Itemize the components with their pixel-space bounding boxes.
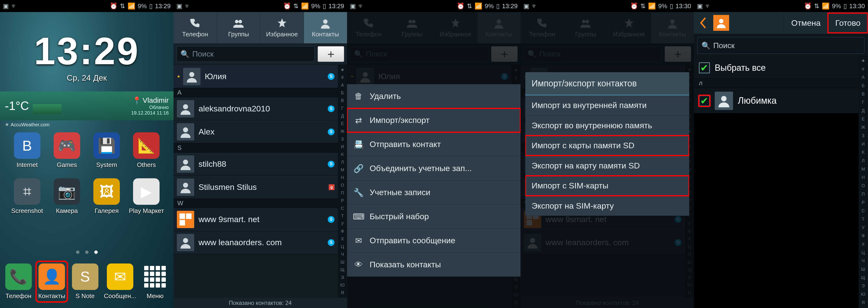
index-letter[interactable]: Я — [341, 290, 344, 296]
dock-сообщен...[interactable]: ✉ Сообщен... — [104, 264, 136, 300]
cancel-button[interactable]: Отмена — [784, 13, 828, 33]
index-letter[interactable]: ★ — [861, 58, 865, 63]
index-letter[interactable]: Ф — [341, 229, 344, 234]
dock-s note[interactable]: S S Note — [72, 264, 98, 300]
index-letter[interactable]: Ж — [861, 125, 865, 130]
index-letter[interactable]: Э — [688, 275, 691, 280]
index-letter[interactable]: X — [688, 237, 691, 242]
index-letter[interactable]: Б — [341, 90, 344, 95]
index-letter[interactable]: P — [862, 200, 865, 205]
contact-row[interactable]: aleksandrovna2010S — [174, 97, 338, 120]
index-letter[interactable]: Ю — [340, 283, 345, 288]
dialog-item[interactable]: Экспорт на SIM-карту — [525, 196, 689, 216]
index-letter[interactable]: Ж — [341, 129, 345, 134]
done-button[interactable]: Готово — [828, 13, 868, 33]
contact-list[interactable]: ★ЮлияSAaleksandrovna2010SAlexSSstilch88S… — [174, 65, 338, 298]
dialog-item[interactable]: Экспорт на карту памяти SD — [525, 156, 689, 176]
index-letter[interactable]: P — [341, 198, 344, 203]
index-letter[interactable]: Ф — [862, 234, 865, 239]
index-letter[interactable]: Ц — [688, 244, 691, 249]
index-letter[interactable]: O — [341, 183, 344, 188]
select-all-checkbox[interactable] — [699, 62, 710, 73]
page-indicator[interactable] — [0, 250, 174, 254]
index-letter[interactable]: B — [862, 92, 865, 97]
index-letter[interactable]: E — [341, 121, 344, 126]
tab-star[interactable]: Избранное — [608, 12, 651, 43]
index-letter[interactable]: ★ — [514, 67, 518, 73]
index-letter[interactable]: X — [862, 242, 865, 247]
index-letter[interactable]: Э — [862, 283, 865, 288]
contact-select-row[interactable]: Любимка — [694, 88, 868, 114]
index-letter[interactable]: Ц — [341, 244, 344, 249]
page-dot-active[interactable] — [94, 250, 98, 254]
tab-star[interactable]: Избранное — [434, 12, 477, 43]
app-games[interactable]: 🎮 Games — [47, 132, 87, 169]
index-letter[interactable]: C — [341, 206, 344, 211]
index-letter[interactable]: H — [341, 175, 344, 180]
index-letter[interactable]: Ю — [687, 283, 692, 288]
menu-item-dial[interactable]: ⌨ Быстрый набор — [347, 205, 521, 228]
index-letter[interactable]: Щ — [687, 267, 692, 272]
row-checkbox[interactable] — [699, 95, 710, 106]
contact-row[interactable]: www 9smart. netS — [174, 208, 338, 231]
tab-contact[interactable]: Контакты — [651, 12, 694, 43]
contact-row[interactable]: Stilusmen Stilusg — [174, 176, 338, 199]
tab-groups[interactable]: Группы — [564, 12, 608, 43]
select-all-row[interactable]: Выбрать все — [694, 57, 868, 79]
clock-widget[interactable]: 13:29 Ср, 24 Дек — [34, 29, 140, 83]
index-letter[interactable]: M — [862, 167, 865, 172]
index-letter[interactable]: Я — [862, 300, 865, 305]
contact-row[interactable]: stilch88S — [174, 153, 338, 176]
index-letter[interactable]: Щ — [341, 267, 345, 272]
tab-phone[interactable]: Телефон — [347, 12, 391, 43]
index-letter[interactable]: Ш — [341, 259, 345, 265]
index-scrollbar[interactable]: ★#AБBГДEЖЗИKЛMHOПPCTУФXЦЧШЩЭЮЯ — [338, 65, 347, 298]
dock-телефон[interactable]: 📞 Телефон — [5, 264, 32, 300]
index-letter[interactable]: П — [862, 192, 865, 197]
app-system[interactable]: 💾 System — [87, 132, 127, 169]
index-letter[interactable]: O — [862, 183, 865, 188]
index-letter[interactable]: K — [341, 152, 344, 157]
app-screenshot[interactable]: ⌗ Screenshot — [7, 178, 47, 215]
index-letter[interactable]: Ш — [687, 259, 692, 265]
weather-widget[interactable]: -1°C 📍Vladimir Облачно 19.12.2014 11:16 — [0, 91, 174, 120]
menu-item-swap[interactable]: ⇄ Импорт/экспорт — [347, 108, 521, 132]
menu-item-trash[interactable]: 🗑 Удалить — [347, 84, 521, 108]
index-letter[interactable]: Д — [341, 114, 344, 119]
add-contact-button[interactable]: + — [318, 46, 344, 62]
index-letter[interactable]: З — [341, 137, 344, 142]
index-letter[interactable]: Я — [688, 290, 691, 296]
menu-item-card[interactable]: 📇 Отправить контакт — [347, 132, 521, 156]
index-letter[interactable]: M — [341, 167, 344, 173]
contact-row[interactable]: www leanaorders. comS — [174, 231, 338, 254]
index-letter[interactable]: # — [862, 67, 864, 72]
dock-контакты[interactable]: 👤 Контакты — [37, 263, 66, 301]
index-letter[interactable]: T — [862, 217, 865, 222]
menu-item-merge[interactable]: 🔗 Объединить учетные зап... — [347, 156, 521, 181]
index-letter[interactable]: E — [862, 117, 865, 122]
index-letter[interactable]: Ч — [341, 252, 344, 257]
page-dot[interactable] — [76, 250, 80, 254]
app-others[interactable]: 📐 Others — [127, 132, 166, 169]
app-internet[interactable]: B Internet — [7, 132, 47, 169]
back-button[interactable] — [696, 15, 712, 31]
tab-groups[interactable]: Группы — [391, 12, 434, 43]
search-input[interactable]: 🔍 Поиск — [176, 46, 315, 62]
app-галерея[interactable]: 🖼 Галерея — [87, 178, 127, 215]
tab-phone[interactable]: Телефон — [521, 12, 564, 43]
index-letter[interactable]: Я — [515, 301, 518, 306]
menu-item-eye[interactable]: 👁 Показать контакты — [347, 253, 521, 277]
index-letter[interactable]: # — [515, 76, 517, 81]
index-letter[interactable]: Щ — [861, 275, 865, 280]
index-letter[interactable]: П — [341, 191, 344, 196]
contact-row[interactable]: www leanaorders. comS — [521, 231, 685, 254]
index-letter[interactable]: У — [862, 225, 864, 230]
index-letter[interactable]: И — [862, 142, 865, 147]
tab-groups[interactable]: Группы — [217, 12, 260, 43]
index-letter[interactable]: Ш — [861, 267, 865, 272]
index-letter[interactable]: Ц — [862, 250, 865, 255]
tab-contact[interactable]: Контакты — [477, 12, 521, 43]
index-letter[interactable]: H — [862, 175, 865, 180]
tab-star[interactable]: Избранное — [260, 12, 304, 43]
dialog-item[interactable]: Экспорт во внутреннюю память — [525, 116, 689, 136]
